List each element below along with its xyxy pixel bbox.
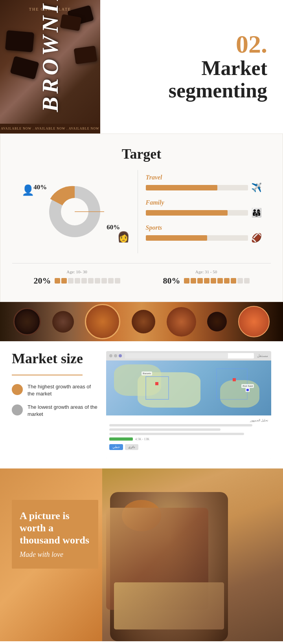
brand-title-vertical: BROWNIES	[37, 0, 63, 112]
segments-section: Segments مستقل Early adopters are a good…	[0, 641, 283, 644]
travel-bar-bg	[146, 185, 248, 190]
person-icon-top: 👤	[22, 184, 34, 196]
target-category-travel: Travel ✈️	[146, 174, 263, 193]
browser-dot-2	[114, 354, 117, 357]
hero-right: 02. Market segmenting	[100, 0, 283, 134]
food-photo-banner	[0, 302, 283, 341]
dot	[61, 278, 67, 284]
dot	[95, 278, 100, 284]
low-growth-label: The lowest growth areas of the market	[28, 404, 98, 418]
age-pct-young: 20%	[34, 276, 51, 286]
dot	[75, 278, 80, 284]
map-label-1: Baranis	[142, 371, 152, 375]
pie-label-60: 60%	[107, 223, 120, 231]
market-left: Market size The highest growth areas of …	[12, 351, 98, 459]
dot	[224, 278, 230, 284]
low-growth-dot	[12, 404, 23, 415]
sidebar-line-1	[109, 424, 252, 426]
hero-image: THE CHOCOLATE BROWNIES AVAILABLE NOW . A…	[0, 0, 100, 134]
sports-icon: 🏈	[251, 233, 263, 243]
baking-background	[102, 468, 283, 641]
dot	[68, 278, 74, 284]
family-bar-fill	[146, 210, 228, 216]
baking-quote: A picture is worth a thousand words	[20, 510, 90, 547]
age-group-young: Age: 10- 30 20%	[34, 269, 120, 286]
browser-dot-3	[119, 354, 122, 357]
market-item-low: The lowest growth areas of the market	[12, 404, 98, 418]
pie-label-40: 40%	[33, 183, 47, 191]
high-growth-label: The highest growth areas of the market	[28, 383, 98, 397]
pie-chart: 40% 60% 👤 👩	[43, 180, 106, 243]
dot	[197, 278, 203, 284]
age-group-adult: Age: 31 - 50 80%	[163, 269, 250, 286]
target-category-family: Family 👨‍👩‍👧	[146, 199, 263, 218]
family-icon: 👨‍👩‍👧	[251, 208, 263, 218]
dot	[237, 278, 243, 284]
stat-bar-green	[109, 437, 133, 441]
baking-overlay: A picture is worth a thousand words Made…	[12, 500, 98, 569]
travel-bar-fill	[146, 185, 217, 190]
age-row-young: 20%	[34, 276, 120, 286]
age-row-adult: 80%	[163, 276, 250, 286]
browser-url-bar	[125, 353, 254, 359]
age-label-young: Age: 10- 30	[34, 269, 120, 274]
sidebar-buttons: خطي دائري	[109, 444, 268, 450]
dot	[231, 278, 236, 284]
baking-surface	[114, 582, 224, 629]
target-section: Target 40% 60% 👤 👩	[0, 134, 283, 302]
target-content: 40% 60% 👤 👩 Travel ✈️ Family	[12, 170, 271, 253]
sports-bar-bg	[146, 235, 248, 241]
map-circle-1	[145, 376, 169, 400]
age-pct-adult: 80%	[163, 276, 181, 286]
sidebar-line-3	[109, 433, 244, 435]
family-bar-bg	[146, 210, 248, 216]
sports-bar-fill	[146, 235, 207, 241]
high-growth-dot	[12, 384, 23, 395]
dot	[184, 278, 189, 284]
browser-arabic-text: مستقل	[257, 354, 268, 358]
stat-value: 4.5K - 13K	[135, 437, 149, 441]
brand-bottom-bar: AVAILABLE NOW . AVAILABLE NOW . AVAILABL…	[0, 124, 100, 134]
dot	[244, 278, 250, 284]
dot	[88, 278, 94, 284]
section-title: Market segmenting	[108, 57, 267, 102]
dot	[211, 278, 216, 284]
sidebar-btn-secondary[interactable]: دائري	[125, 444, 138, 450]
sidebar-line-2	[109, 428, 221, 431]
category-travel-label: Travel	[146, 174, 263, 181]
target-left: 40% 60% 👤 👩	[12, 170, 138, 253]
dot	[204, 278, 209, 284]
food-item-2	[52, 311, 74, 333]
market-section: Market size The highest growth areas of …	[0, 341, 283, 468]
dot	[101, 278, 107, 284]
dot	[191, 278, 196, 284]
dot	[115, 278, 120, 284]
food-item-7	[238, 306, 270, 337]
sidebar-stats: 4.5K - 13K	[109, 437, 268, 441]
hero-section: THE CHOCOLATE BROWNIES AVAILABLE NOW . A…	[0, 0, 283, 134]
target-category-sports: Sports 🏈	[146, 224, 263, 243]
category-family-label: Family	[146, 199, 263, 206]
travel-icon: ✈️	[251, 183, 263, 193]
map-area: Baranis Port Said	[106, 360, 271, 415]
dot	[81, 278, 87, 284]
market-right-panel: مستقل Baranis Port Said تحليل الجمهور	[106, 351, 271, 459]
age-section: Age: 10- 30 20% Age: 31 - 50	[12, 263, 271, 286]
map-label-2: Port Said	[241, 384, 254, 388]
baking-section: A picture is worth a thousand words Made…	[0, 468, 283, 641]
food-item-5	[167, 307, 196, 337]
browser-bar: مستقل	[106, 351, 271, 360]
food-item-1	[13, 308, 41, 335]
pie-svg	[43, 180, 106, 243]
age-label-adult: Age: 31 - 50	[163, 269, 250, 274]
market-size-title: Market size	[12, 351, 98, 367]
market-divider	[12, 375, 83, 375]
map-marker-2	[233, 378, 236, 381]
target-title: Target	[12, 146, 271, 162]
browser-dot-1	[109, 354, 112, 357]
dot	[217, 278, 223, 284]
market-item-high: The highest growth areas of the market	[12, 383, 98, 397]
food-item-4	[132, 310, 155, 333]
sidebar-btn-primary[interactable]: خطي	[109, 444, 123, 450]
baking-sub: Made with love	[20, 551, 90, 559]
